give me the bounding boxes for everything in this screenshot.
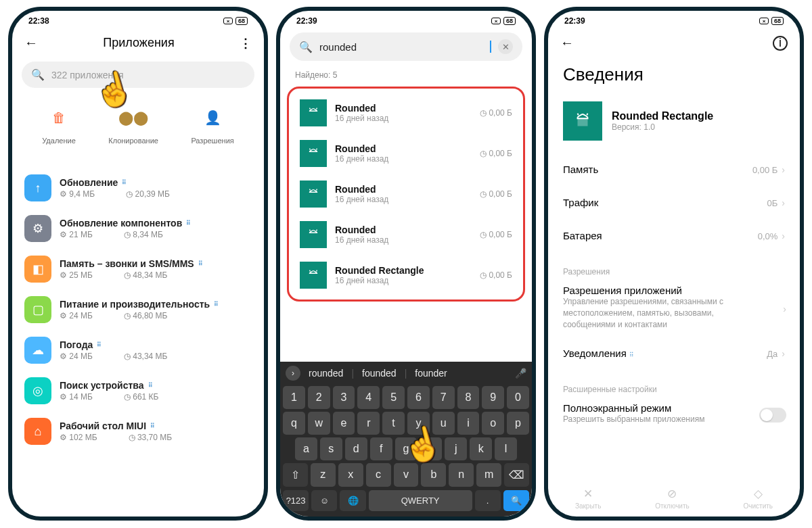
result-row[interactable]: Rounded16 дней назад ◷ 0,00 Б: [289, 174, 523, 214]
keyboard[interactable]: › rounded| founded| founder 🎤 1234567890…: [280, 362, 532, 517]
key[interactable]: v: [394, 463, 419, 487]
result-row[interactable]: Rounded16 дней назад ◷ 0,00 Б: [289, 133, 523, 174]
search-input[interactable]: 🔍 322 приложения: [22, 62, 254, 88]
key[interactable]: 5: [382, 386, 405, 409]
clock: 22:39: [296, 16, 317, 26]
suggestion[interactable]: founded: [362, 368, 397, 379]
info-icon[interactable]: i: [773, 36, 788, 51]
app-row[interactable]: ◎ Поиск устройства ⠿ ⚙ 14 МБ◷ 661 КБ: [12, 370, 264, 411]
key[interactable]: 1: [283, 386, 305, 409]
quick-clone[interactable]: ⬤⬤Клонирование: [108, 104, 158, 145]
key[interactable]: 7: [432, 386, 455, 409]
back-icon[interactable]: ←: [560, 35, 574, 51]
key[interactable]: s: [320, 437, 342, 460]
key[interactable]: l: [495, 437, 517, 460]
quick-delete[interactable]: 🗑Удаление: [42, 104, 76, 145]
quick-permissions[interactable]: 👤Разрешения: [191, 104, 233, 145]
key[interactable]: c: [366, 463, 391, 487]
section-permissions: Разрешения: [548, 252, 800, 281]
action-clear[interactable]: ◇Очистить: [744, 487, 773, 510]
key[interactable]: 2: [308, 386, 330, 409]
key[interactable]: k: [470, 437, 492, 460]
app-row[interactable]: ◧ Память – звонки и SMS/MMS ⠿ ⚙ 25 МБ◷ 4…: [12, 249, 264, 289]
key[interactable]: p: [507, 412, 529, 435]
action-close[interactable]: ✕Закрыть: [575, 487, 602, 510]
app-name: Rounded Rectangle: [612, 110, 713, 122]
key-search[interactable]: 🔍: [503, 490, 529, 511]
key[interactable]: y: [407, 412, 430, 435]
android-icon: [300, 262, 327, 289]
key[interactable]: e: [333, 412, 355, 435]
key[interactable]: r: [357, 412, 380, 435]
key[interactable]: 3: [333, 386, 355, 409]
key[interactable]: q: [283, 412, 305, 435]
result-sub: 16 дней назад: [335, 114, 472, 123]
result-row[interactable]: Rounded Rectangle16 дней назад ◷ 0,00 Б: [289, 255, 523, 295]
result-sub: 16 дней назад: [335, 154, 472, 164]
key-lang[interactable]: 🌐: [340, 490, 365, 511]
row-memory[interactable]: Память 0,00 Б›: [548, 153, 800, 186]
result-row[interactable]: Rounded16 дней назад ◷ 0,00 Б: [289, 93, 523, 133]
key[interactable]: i: [457, 412, 480, 435]
key[interactable]: h: [420, 437, 442, 460]
trash-icon: 🗑: [45, 104, 72, 131]
clear-icon[interactable]: ✕: [498, 39, 513, 54]
row-battery[interactable]: Батарея 0,0%›: [548, 219, 800, 252]
key[interactable]: b: [421, 463, 446, 487]
app-row[interactable]: ⌂ Рабочий стол MIUI ⠿ ⚙ 102 МБ◷ 33,70 МБ: [12, 411, 264, 452]
row-app-permissions[interactable]: Разрешения приложений Управление разреше…: [548, 281, 800, 337]
suggestion[interactable]: founder: [415, 368, 447, 379]
app-row[interactable]: ▢ Питание и производительность ⠿ ⚙ 24 МБ…: [12, 289, 264, 330]
key[interactable]: 9: [482, 386, 504, 409]
key[interactable]: m: [476, 463, 501, 487]
key-emoji[interactable]: ☺: [311, 490, 337, 511]
result-name: Rounded: [335, 103, 472, 114]
app-row[interactable]: ☁ Погода ⠿ ⚙ 24 МБ◷ 43,34 МБ: [12, 330, 264, 370]
toggle-fullscreen[interactable]: [759, 408, 786, 423]
key[interactable]: ⌫: [504, 463, 529, 487]
key-space[interactable]: QWERTY: [369, 490, 472, 511]
app-row[interactable]: ⚙ Обновление компонентов ⠿ ⚙ 21 МБ◷ 8,34…: [12, 208, 264, 249]
row-fullscreen[interactable]: Полноэкранный режим Разрешить выбранным …: [548, 398, 800, 432]
key[interactable]: j: [445, 437, 467, 460]
key[interactable]: d: [345, 437, 367, 460]
key[interactable]: 0: [507, 386, 529, 409]
mic-icon[interactable]: 🎤: [515, 368, 526, 379]
key[interactable]: w: [308, 412, 330, 435]
key[interactable]: g: [395, 437, 418, 460]
svg-rect-0: [578, 118, 588, 126]
key[interactable]: 8: [457, 386, 480, 409]
key[interactable]: t: [382, 412, 405, 435]
chevron-right-icon: ›: [782, 164, 785, 175]
result-size: ◷ 0,00 Б: [480, 189, 512, 199]
key-symbols[interactable]: ?123: [283, 490, 309, 511]
app-name: Питание и производительность ⠿: [60, 299, 252, 310]
key[interactable]: x: [338, 463, 363, 487]
key[interactable]: 4: [357, 386, 380, 409]
android-icon: [300, 181, 327, 208]
key[interactable]: ⇧: [283, 463, 308, 487]
key[interactable]: f: [370, 437, 392, 460]
key[interactable]: 6: [407, 386, 430, 409]
clone-icon: ⬤⬤: [120, 104, 147, 131]
key[interactable]: u: [432, 412, 455, 435]
suggestion[interactable]: rounded: [309, 368, 343, 379]
app-icon: ▢: [24, 296, 51, 323]
key[interactable]: a: [295, 437, 317, 460]
app-icon: ↑: [24, 174, 51, 201]
app-row[interactable]: ↑ Обновление ⠿ ⚙ 9,4 МБ◷ 20,39 МБ: [12, 168, 264, 208]
row-traffic[interactable]: Трафик 0Б›: [548, 186, 800, 219]
back-icon[interactable]: ←: [24, 35, 38, 51]
key[interactable]: n: [449, 463, 474, 487]
key-period[interactable]: .: [475, 490, 501, 511]
key[interactable]: o: [482, 412, 504, 435]
app-name: Рабочий стол MIUI ⠿: [60, 421, 252, 431]
search-input[interactable]: 🔍 rounded ✕: [290, 32, 522, 61]
result-row[interactable]: Rounded16 дней назад ◷ 0,00 Б: [289, 214, 523, 255]
more-icon[interactable]: ⋮: [240, 36, 252, 51]
disk-value: ◷ 661 КБ: [124, 392, 159, 402]
chevron-right-icon[interactable]: ›: [286, 366, 300, 381]
key[interactable]: z: [311, 463, 336, 487]
action-disable[interactable]: ⊘Отключить: [655, 487, 690, 510]
row-notifications[interactable]: Уведомления ⠿ Да›: [548, 337, 800, 370]
